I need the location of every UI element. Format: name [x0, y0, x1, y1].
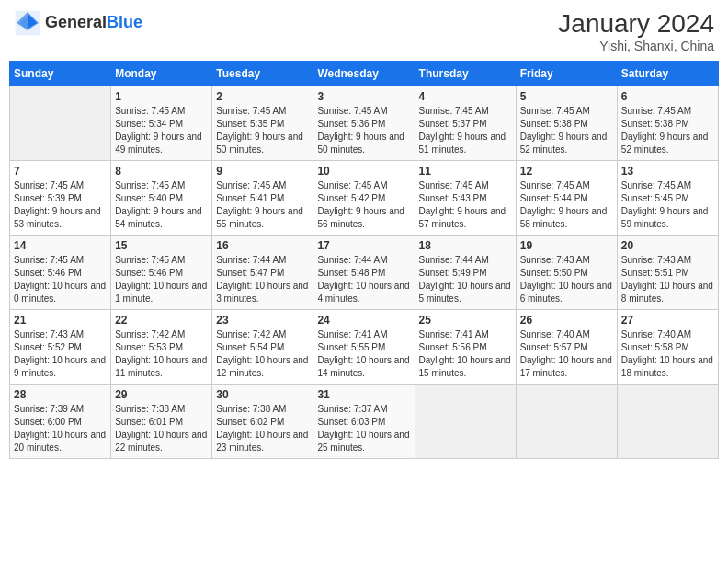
calendar-cell: 11Sunrise: 7:45 AMSunset: 5:43 PMDayligh…: [415, 161, 516, 236]
calendar-cell: 1Sunrise: 7:45 AMSunset: 5:34 PMDaylight…: [111, 86, 212, 161]
calendar-cell: [617, 385, 718, 459]
day-info: Sunrise: 7:40 AMSunset: 5:58 PMDaylight:…: [621, 328, 714, 380]
day-info: Sunrise: 7:38 AMSunset: 6:02 PMDaylight:…: [216, 403, 309, 454]
day-number: 9: [216, 165, 309, 178]
day-info: Sunrise: 7:42 AMSunset: 5:53 PMDaylight:…: [115, 328, 208, 380]
day-number: 1: [115, 90, 208, 103]
day-number: 23: [216, 314, 309, 327]
day-number: 17: [317, 239, 410, 252]
calendar-cell: 21Sunrise: 7:43 AMSunset: 5:52 PMDayligh…: [10, 310, 111, 385]
logo: GeneralBlue: [14, 9, 142, 37]
calendar-cell: 17Sunrise: 7:44 AMSunset: 5:48 PMDayligh…: [313, 236, 415, 310]
calendar-week-4: 21Sunrise: 7:43 AMSunset: 5:52 PMDayligh…: [10, 310, 719, 385]
day-number: 13: [621, 165, 714, 178]
day-info: Sunrise: 7:45 AMSunset: 5:40 PMDaylight:…: [115, 179, 208, 231]
calendar-cell: 27Sunrise: 7:40 AMSunset: 5:58 PMDayligh…: [617, 310, 718, 385]
day-info: Sunrise: 7:45 AMSunset: 5:37 PMDaylight:…: [419, 105, 512, 156]
calendar-cell: 12Sunrise: 7:45 AMSunset: 5:44 PMDayligh…: [516, 161, 617, 236]
day-info: Sunrise: 7:43 AMSunset: 5:50 PMDaylight:…: [520, 254, 613, 305]
day-info: Sunrise: 7:41 AMSunset: 5:56 PMDaylight:…: [419, 328, 512, 380]
calendar-cell: 13Sunrise: 7:45 AMSunset: 5:45 PMDayligh…: [617, 161, 718, 236]
calendar-cell: 5Sunrise: 7:45 AMSunset: 5:38 PMDaylight…: [516, 86, 617, 161]
day-info: Sunrise: 7:44 AMSunset: 5:47 PMDaylight:…: [216, 254, 309, 305]
calendar-week-1: 1Sunrise: 7:45 AMSunset: 5:34 PMDaylight…: [10, 86, 719, 161]
day-info: Sunrise: 7:37 AMSunset: 6:03 PMDaylight:…: [317, 403, 410, 454]
day-info: Sunrise: 7:45 AMSunset: 5:44 PMDaylight:…: [520, 179, 613, 231]
logo-general-text: General: [45, 13, 107, 31]
day-number: 8: [115, 165, 208, 178]
day-info: Sunrise: 7:40 AMSunset: 5:57 PMDaylight:…: [520, 328, 613, 380]
day-number: 28: [14, 388, 107, 401]
location-subtitle: Yishi, Shanxi, China: [558, 39, 714, 53]
calendar-cell: 22Sunrise: 7:42 AMSunset: 5:53 PMDayligh…: [111, 310, 212, 385]
calendar-cell: 16Sunrise: 7:44 AMSunset: 5:47 PMDayligh…: [212, 236, 313, 310]
day-number: 7: [14, 165, 107, 178]
calendar-cell: 9Sunrise: 7:45 AMSunset: 5:41 PMDaylight…: [212, 161, 313, 236]
day-info: Sunrise: 7:45 AMSunset: 5:46 PMDaylight:…: [14, 254, 107, 305]
calendar-cell: 8Sunrise: 7:45 AMSunset: 5:40 PMDaylight…: [111, 161, 212, 236]
day-info: Sunrise: 7:44 AMSunset: 5:48 PMDaylight:…: [317, 254, 410, 305]
title-block: January 2024 Yishi, Shanxi, China: [558, 9, 714, 53]
day-info: Sunrise: 7:42 AMSunset: 5:54 PMDaylight:…: [216, 328, 309, 380]
calendar-cell: 7Sunrise: 7:45 AMSunset: 5:39 PMDaylight…: [10, 161, 111, 236]
day-info: Sunrise: 7:45 AMSunset: 5:36 PMDaylight:…: [317, 105, 410, 156]
day-info: Sunrise: 7:45 AMSunset: 5:41 PMDaylight:…: [216, 179, 309, 231]
day-number: 5: [520, 90, 613, 103]
calendar-cell: [516, 385, 617, 459]
calendar-week-5: 28Sunrise: 7:39 AMSunset: 6:00 PMDayligh…: [10, 385, 719, 459]
calendar-cell: 23Sunrise: 7:42 AMSunset: 5:54 PMDayligh…: [212, 310, 313, 385]
day-info: Sunrise: 7:45 AMSunset: 5:46 PMDaylight:…: [115, 254, 208, 305]
calendar-cell: 28Sunrise: 7:39 AMSunset: 6:00 PMDayligh…: [10, 385, 111, 459]
day-info: Sunrise: 7:41 AMSunset: 5:55 PMDaylight:…: [317, 328, 410, 380]
day-info: Sunrise: 7:45 AMSunset: 5:34 PMDaylight:…: [115, 105, 208, 156]
calendar-cell: 19Sunrise: 7:43 AMSunset: 5:50 PMDayligh…: [516, 236, 617, 310]
page-header: GeneralBlue January 2024 Yishi, Shanxi, …: [9, 9, 719, 53]
calendar-cell: 2Sunrise: 7:45 AMSunset: 5:35 PMDaylight…: [212, 86, 313, 161]
header-sunday: Sunday: [10, 62, 111, 86]
calendar-cell: 25Sunrise: 7:41 AMSunset: 5:56 PMDayligh…: [415, 310, 516, 385]
day-info: Sunrise: 7:45 AMSunset: 5:38 PMDaylight:…: [621, 105, 714, 156]
header-saturday: Saturday: [617, 62, 718, 86]
day-number: 21: [14, 314, 107, 327]
day-info: Sunrise: 7:45 AMSunset: 5:43 PMDaylight:…: [419, 179, 512, 231]
day-number: 30: [216, 388, 309, 401]
header-thursday: Thursday: [415, 62, 516, 86]
day-number: 25: [419, 314, 512, 327]
calendar-cell: 31Sunrise: 7:37 AMSunset: 6:03 PMDayligh…: [313, 385, 415, 459]
day-number: 2: [216, 90, 309, 103]
day-info: Sunrise: 7:44 AMSunset: 5:49 PMDaylight:…: [419, 254, 512, 305]
day-info: Sunrise: 7:45 AMSunset: 5:35 PMDaylight:…: [216, 105, 309, 156]
calendar-cell: 10Sunrise: 7:45 AMSunset: 5:42 PMDayligh…: [313, 161, 415, 236]
logo-blue-text: Blue: [107, 13, 142, 31]
day-number: 19: [520, 239, 613, 252]
calendar-cell: [10, 86, 111, 161]
calendar-cell: 3Sunrise: 7:45 AMSunset: 5:36 PMDaylight…: [313, 86, 415, 161]
day-number: 4: [419, 90, 512, 103]
month-year-title: January 2024: [558, 9, 714, 39]
calendar-cell: 6Sunrise: 7:45 AMSunset: 5:38 PMDaylight…: [617, 86, 718, 161]
day-number: 31: [317, 388, 410, 401]
day-info: Sunrise: 7:39 AMSunset: 6:00 PMDaylight:…: [14, 403, 107, 454]
day-number: 24: [317, 314, 410, 327]
calendar-cell: 18Sunrise: 7:44 AMSunset: 5:49 PMDayligh…: [415, 236, 516, 310]
day-number: 22: [115, 314, 208, 327]
day-info: Sunrise: 7:43 AMSunset: 5:51 PMDaylight:…: [621, 254, 714, 305]
calendar-cell: 20Sunrise: 7:43 AMSunset: 5:51 PMDayligh…: [617, 236, 718, 310]
calendar-cell: 4Sunrise: 7:45 AMSunset: 5:37 PMDaylight…: [415, 86, 516, 161]
header-monday: Monday: [111, 62, 212, 86]
day-info: Sunrise: 7:45 AMSunset: 5:39 PMDaylight:…: [14, 179, 107, 231]
day-number: 14: [14, 239, 107, 252]
day-info: Sunrise: 7:45 AMSunset: 5:38 PMDaylight:…: [520, 105, 613, 156]
calendar-week-2: 7Sunrise: 7:45 AMSunset: 5:39 PMDaylight…: [10, 161, 719, 236]
calendar-header-row: SundayMondayTuesdayWednesdayThursdayFrid…: [10, 62, 719, 86]
calendar-cell: 14Sunrise: 7:45 AMSunset: 5:46 PMDayligh…: [10, 236, 111, 310]
day-info: Sunrise: 7:45 AMSunset: 5:42 PMDaylight:…: [317, 179, 410, 231]
calendar-cell: 30Sunrise: 7:38 AMSunset: 6:02 PMDayligh…: [212, 385, 313, 459]
day-info: Sunrise: 7:38 AMSunset: 6:01 PMDaylight:…: [115, 403, 208, 454]
day-info: Sunrise: 7:45 AMSunset: 5:45 PMDaylight:…: [621, 179, 714, 231]
calendar-cell: 26Sunrise: 7:40 AMSunset: 5:57 PMDayligh…: [516, 310, 617, 385]
header-wednesday: Wednesday: [313, 62, 415, 86]
day-number: 20: [621, 239, 714, 252]
day-number: 11: [419, 165, 512, 178]
day-number: 26: [520, 314, 613, 327]
